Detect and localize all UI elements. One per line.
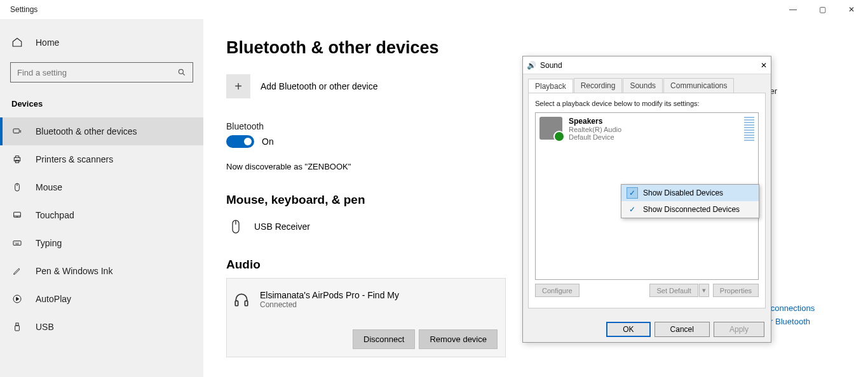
sidebar-item-label: Touchpad — [36, 210, 74, 220]
volume-meter — [744, 117, 754, 142]
disconnect-button[interactable]: Disconnect — [353, 329, 415, 349]
sidebar-item-bluetooth[interactable]: Bluetooth & other devices — [0, 117, 203, 145]
autoplay-icon — [11, 294, 23, 304]
sound-dialog: 🔊 Sound ✕ Playback Recording Sounds Comm… — [522, 56, 771, 343]
usb-icon — [11, 322, 23, 332]
sidebar-home[interactable]: Home — [0, 30, 203, 55]
checkmark-icon: ✓ — [627, 187, 638, 199]
maximize-button[interactable]: ▢ — [813, 0, 831, 19]
sidebar-section-header: Devices — [0, 90, 203, 117]
sidebar-item-label: USB — [36, 322, 54, 332]
device-status: Default Device — [569, 133, 621, 141]
tab-sounds[interactable]: Sounds — [623, 78, 663, 93]
properties-button[interactable]: Properties — [713, 284, 759, 297]
playback-device-list[interactable]: Speakers Realtek(R) Audio Default Device… — [535, 112, 759, 280]
sidebar-item-label: Typing — [36, 238, 62, 248]
dialog-tabs: Playback Recording Sounds Communications — [523, 74, 771, 93]
search-input-wrapper[interactable] — [10, 62, 193, 83]
apply-button[interactable]: Apply — [714, 322, 764, 337]
sidebar-item-mouse[interactable]: Mouse — [0, 173, 203, 201]
pen-icon — [11, 266, 23, 276]
minimize-button[interactable]: — — [784, 0, 802, 19]
svg-rect-3 — [15, 160, 18, 162]
sidebar-item-typing[interactable]: Typing — [0, 229, 203, 257]
sidebar-item-label: Bluetooth & other devices — [36, 126, 137, 136]
search-icon — [177, 68, 186, 77]
home-icon — [11, 37, 23, 48]
ctx-label: Show Disabled Devices — [643, 189, 723, 197]
dialog-instruction: Select a playback device below to modify… — [535, 100, 759, 107]
sidebar-item-usb[interactable]: USB — [0, 313, 203, 341]
ctx-show-disabled[interactable]: ✓ Show Disabled Devices — [621, 185, 759, 201]
sidebar-item-autoplay[interactable]: AutoPlay — [0, 285, 203, 313]
svg-point-0 — [179, 69, 183, 74]
audio-device-name: Elsimanata's AirPods Pro - Find My — [260, 290, 399, 300]
mouse-icon — [226, 217, 245, 236]
checkmark-icon: ✓ — [627, 204, 638, 215]
dialog-body: Select a playback device below to modify… — [528, 93, 766, 308]
page-title: Bluetooth & other devices — [226, 38, 845, 58]
context-menu: ✓ Show Disabled Devices ✓ Show Disconnec… — [621, 184, 759, 218]
sidebar-item-pen[interactable]: Pen & Windows Ink — [0, 257, 203, 285]
svg-rect-2 — [14, 157, 20, 161]
svg-rect-6 — [13, 241, 21, 246]
bluetooth-nav-icon — [11, 126, 23, 136]
keyboard-icon — [11, 238, 23, 248]
cancel-button[interactable]: Cancel — [654, 322, 710, 337]
touchpad-icon — [11, 210, 23, 220]
remove-device-button[interactable]: Remove device — [419, 329, 498, 349]
plus-icon: + — [226, 74, 250, 98]
dialog-titlebar: 🔊 Sound ✕ — [523, 56, 771, 74]
device-name: Speakers — [569, 117, 621, 126]
speaker-glyph-icon: 🔊 — [527, 61, 536, 70]
svg-rect-11 — [235, 301, 238, 306]
svg-rect-9 — [15, 326, 20, 331]
speaker-device-icon — [539, 117, 562, 140]
audio-device-status: Connected — [260, 300, 399, 309]
tab-playback[interactable]: Playback — [528, 79, 573, 93]
set-default-button[interactable]: Set Default — [649, 284, 698, 297]
dialog-title: Sound — [540, 61, 562, 70]
mouse-nav-icon — [11, 182, 23, 192]
sidebar-item-printers[interactable]: Printers & scanners — [0, 145, 203, 173]
ctx-label: Show Disconnected Devices — [643, 205, 740, 214]
svg-rect-1 — [13, 129, 19, 133]
playback-device-row[interactable]: Speakers Realtek(R) Audio Default Device — [539, 117, 754, 142]
device-driver: Realtek(R) Audio — [569, 126, 621, 133]
svg-rect-8 — [16, 323, 18, 326]
add-device-label: Add Bluetooth or other device — [261, 81, 377, 91]
app-name: Settings — [10, 5, 37, 14]
ok-button[interactable]: OK — [606, 322, 650, 337]
home-label: Home — [36, 37, 59, 48]
configure-button[interactable]: Configure — [535, 284, 580, 297]
settings-sidebar: Home Devices Bluetooth & other devices P… — [0, 19, 203, 377]
set-default-dropdown[interactable]: ▾ — [699, 284, 709, 297]
audio-device-card[interactable]: Elsimanata's AirPods Pro - Find My Conne… — [226, 278, 506, 357]
printer-icon — [11, 154, 23, 164]
sidebar-item-touchpad[interactable]: Touchpad — [0, 201, 203, 229]
tab-communications[interactable]: Communications — [663, 78, 734, 93]
close-button[interactable]: ✕ — [843, 0, 860, 19]
toggle-state-text: On — [262, 136, 274, 147]
sidebar-item-label: Printers & scanners — [36, 154, 113, 164]
svg-rect-12 — [245, 301, 247, 306]
sidebar-item-label: Pen & Windows Ink — [36, 266, 112, 276]
dialog-close-button[interactable]: ✕ — [761, 61, 767, 70]
bluetooth-toggle[interactable] — [226, 135, 254, 148]
usb-receiver-name: USB Receiver — [254, 222, 310, 232]
window-titlebar: Settings — ▢ ✕ — [0, 0, 868, 19]
search-input[interactable] — [17, 68, 177, 77]
ctx-show-disconnected[interactable]: ✓ Show Disconnected Devices — [621, 201, 759, 218]
sidebar-item-label: AutoPlay — [36, 294, 71, 304]
sidebar-item-label: Mouse — [36, 182, 62, 192]
headphones-icon — [232, 290, 251, 309]
tab-recording[interactable]: Recording — [574, 78, 623, 93]
